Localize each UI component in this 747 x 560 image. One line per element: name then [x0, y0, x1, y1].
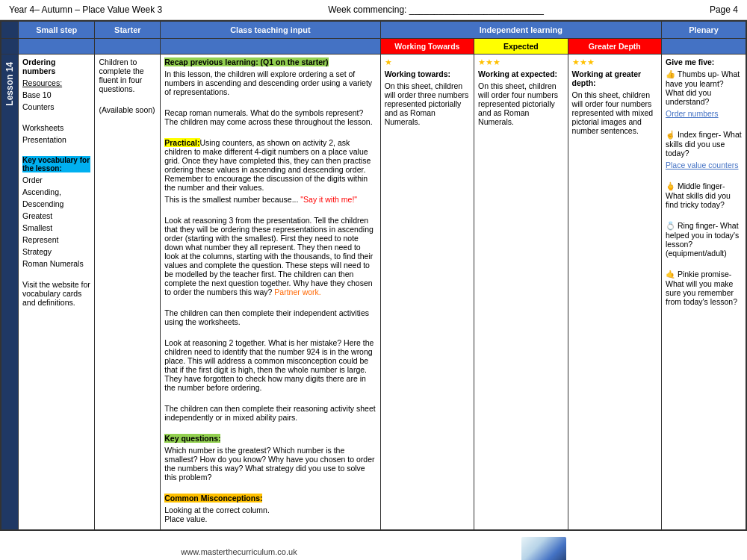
sub-plenary-blank	[662, 39, 747, 55]
starter-text2: (Available soon)	[99, 105, 156, 114]
plenary-cell: Give me five: 👍 Thumbs up- What have you…	[662, 55, 747, 531]
activity-text: The children can then complete their rea…	[164, 404, 376, 422]
vocab-ascending: Ascending,	[22, 187, 90, 196]
plenary-title: Give me five:	[666, 57, 742, 66]
gd-stars: ★★★	[572, 57, 657, 66]
col-independent: Independent learning	[380, 21, 661, 39]
page-header: Year 4– Autumn – Place Value Week 3 Week…	[0, 0, 747, 20]
gd-title: Working at greater depth:	[572, 69, 657, 87]
roman-text: Recap roman numerals. What do the symbol…	[164, 108, 376, 126]
sub-small-step-blank	[19, 39, 95, 55]
resource-worksheets: Worksheets	[22, 123, 90, 132]
misconceptions-text: Looking at the correct column.Place valu…	[164, 505, 376, 523]
starter-cell: Children to complete the fluent in four …	[95, 55, 161, 531]
col-small-step: Small step	[19, 21, 95, 39]
practical-para: Practical:Using counters, as shown on ac…	[164, 138, 376, 192]
practical-label: Practical:	[164, 138, 199, 147]
expected-cell: ★★★ Working at expected: On this sheet, …	[474, 55, 568, 531]
greater-depth-cell: ★★★ Working at greater depth: On this sh…	[568, 55, 661, 531]
working-towards-cell: ★ Working towards: On this sheet, childr…	[380, 55, 474, 531]
exp-title: Working at expected:	[478, 69, 563, 78]
plenary-pinkie: 🤙 Pinkie promise- What will you make sur…	[666, 270, 742, 306]
vocab-roman: Roman Numerals	[22, 259, 90, 268]
sub-column-headers: Working Towards Expected Greater Depth	[1, 39, 746, 55]
lesson-number: Lesson 14	[1, 55, 18, 113]
reasoning2-text: Look at reasoning 2 together. What is he…	[164, 338, 376, 392]
recap-label: Recap previous learning: (Q1 on the star…	[164, 57, 376, 66]
resource-counters: Counters	[22, 102, 90, 111]
wt-text: On this sheet, children will order three…	[385, 81, 470, 126]
wt-title: Working towards:	[385, 69, 470, 78]
exp-text: On this sheet, children will order four …	[478, 81, 563, 126]
visit-text: Visit the website for vocabulary cards a…	[22, 280, 90, 307]
small-step-cell: Ordering numbers Resources: Base 10 Coun…	[19, 55, 95, 531]
key-q-label: Key questions:	[164, 434, 376, 443]
column-headers: Small step Starter Class teaching input …	[1, 21, 746, 39]
teaching-cell: Recap previous learning: (Q1 on the star…	[161, 55, 380, 531]
resource-presentation: Presentation	[22, 135, 90, 144]
sub-starter-blank	[95, 39, 161, 55]
page-title: Year 4– Autumn – Place Value Week 3	[9, 4, 162, 15]
page-number: Page 4	[710, 4, 738, 15]
plenary-ring: 💍 Ring finger- What helped you in today'…	[666, 221, 742, 258]
look-at-text: Look at reasoning 3 from the presentatio…	[164, 216, 374, 296]
resources-label: Resources:	[22, 78, 90, 87]
lesson-label-cell: Lesson 14	[1, 55, 19, 531]
col-lesson	[1, 21, 19, 39]
wt-star: ★	[385, 57, 470, 66]
week-commencing: Week commencing: _______________________…	[328, 4, 544, 15]
key-q-text: Which number is the greatest? Which numb…	[164, 446, 376, 482]
col-starter: Starter	[95, 21, 161, 39]
gd-text: On this sheet, children will order four …	[572, 90, 657, 135]
plenary-middle: 🖕 Middle finger- What skills did you fin…	[666, 181, 742, 209]
vocab-represent: Represent	[22, 235, 90, 244]
lesson-table: Small step Starter Class teaching input …	[0, 20, 747, 531]
worksheets-text: The children can then complete their ind…	[164, 308, 376, 326]
resource-base10: Base 10	[22, 90, 90, 99]
footer: www.masterthecurriculum.co.uk	[0, 531, 747, 560]
vocab-descending: Descending	[22, 199, 90, 208]
smallest-label: This is the smallest number because...	[164, 195, 300, 204]
sub-teaching-blank	[161, 39, 380, 55]
plenary-order-link: Order numbers	[666, 109, 742, 118]
key-q-highlight: Key questions:	[164, 434, 220, 443]
ordering-title: Ordering numbers	[22, 57, 90, 75]
intro-text: In this lesson, the children will explor…	[164, 69, 376, 96]
footer-logo	[521, 537, 566, 560]
vocab-label: Key vocabulary for the lesson:	[22, 156, 90, 172]
sub-expected: Expected	[474, 39, 568, 55]
col-plenary: Plenary	[662, 21, 747, 39]
starter-text1: Children to complete the fluent in four …	[99, 57, 156, 93]
vocab-order: Order	[22, 175, 90, 184]
say-it: "Say it with me!"	[300, 195, 357, 204]
partner-work: Partner work.	[274, 287, 320, 296]
misconceptions-label: Common Misconceptions:	[164, 494, 376, 503]
vocab-smallest: Smallest	[22, 223, 90, 232]
misconceptions-highlight: Common Misconceptions:	[164, 494, 262, 503]
plenary-index: ☝ Index finger- What skills did you use …	[666, 130, 742, 158]
look-at-para: Look at reasoning 3 from the presentatio…	[164, 216, 376, 296]
sub-lesson-blank	[1, 39, 19, 55]
vocab-greatest: Greatest	[22, 211, 90, 220]
recap-highlight: Recap previous learning: (Q1 on the star…	[164, 57, 328, 66]
plenary-thumb: 👍 Thumbs up- What have you learnt? What …	[666, 69, 742, 106]
footer-url: www.masterthecurriculum.co.uk	[181, 547, 297, 556]
content-row: Lesson 14 Ordering numbers Resources: Ba…	[1, 55, 746, 531]
exp-stars: ★★★	[478, 57, 563, 66]
col-teaching: Class teaching input	[161, 21, 380, 39]
plenary-place-value-link: Place value counters	[666, 161, 742, 169]
smallest-text: This is the smallest number because... "…	[164, 195, 376, 204]
vocab-strategy: Strategy	[22, 247, 90, 256]
sub-working-towards: Working Towards	[380, 39, 474, 55]
sub-greater-depth: Greater Depth	[568, 39, 661, 55]
